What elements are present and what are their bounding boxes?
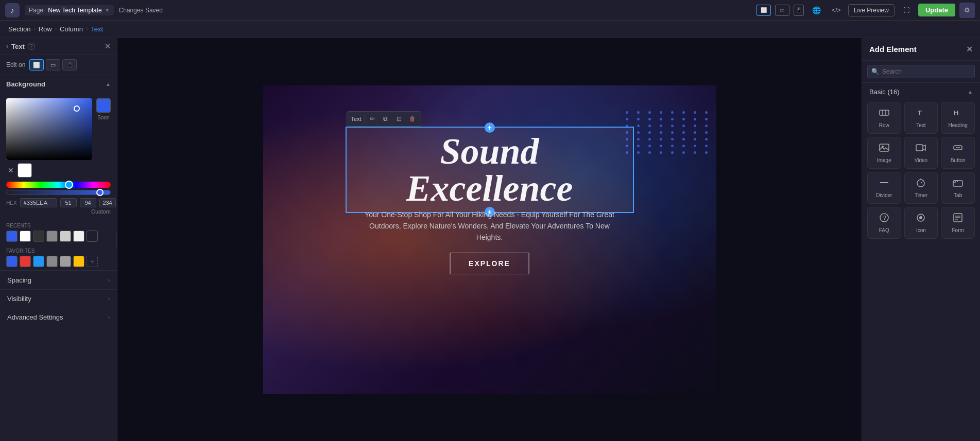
- element-item-timer[interactable]: Timer: [904, 172, 938, 204]
- background-section: Background ▲ ✕: [0, 75, 117, 271]
- text-element-label: Text: [916, 122, 925, 128]
- live-preview-button[interactable]: Live Preview: [848, 4, 895, 16]
- element-item-video[interactable]: Video: [904, 137, 938, 169]
- element-item-text[interactable]: T Text: [904, 102, 938, 134]
- color-white-swatch[interactable]: [18, 163, 32, 178]
- duplicate-element-btn[interactable]: ⊡: [393, 113, 405, 125]
- background-section-header[interactable]: Background ▲: [0, 75, 117, 93]
- dot: [694, 118, 696, 120]
- desktop-toggle-btn[interactable]: ⬜: [29, 59, 44, 70]
- svg-rect-0: [880, 110, 889, 115]
- search-input[interactable]: [867, 65, 975, 78]
- icon-element-label: Icon: [916, 227, 926, 233]
- favorite-color-swatch[interactable]: [6, 256, 18, 267]
- favorites-swatches: +: [6, 256, 111, 267]
- element-item-button[interactable]: Button: [941, 137, 975, 169]
- hue-slider[interactable]: [6, 182, 111, 188]
- hex-row: HEX: [6, 198, 111, 207]
- faq-element-label: FAQ: [879, 227, 889, 233]
- hex-input[interactable]: [20, 198, 57, 207]
- favorite-color-swatch[interactable]: [60, 256, 71, 267]
- dot: [671, 151, 674, 154]
- current-color-swatch[interactable]: [96, 98, 111, 113]
- color-gradient[interactable]: [6, 98, 92, 160]
- color-gradient-container[interactable]: ✕: [6, 98, 92, 178]
- g-input[interactable]: [80, 198, 96, 207]
- dot: [682, 131, 685, 134]
- b-input[interactable]: [99, 198, 116, 207]
- alpha-slider-row: [6, 190, 111, 195]
- favorite-color-swatch[interactable]: [73, 256, 84, 267]
- breadcrumb-text[interactable]: Text: [91, 25, 103, 33]
- spacing-label: Spacing: [7, 276, 31, 284]
- add-favorite-btn[interactable]: +: [87, 256, 98, 267]
- heading-element-icon: H: [953, 108, 963, 120]
- image-element-label: Image: [877, 157, 891, 163]
- breadcrumb-row[interactable]: Row: [39, 25, 52, 33]
- favorite-color-swatch[interactable]: [20, 256, 31, 267]
- add-above-btn[interactable]: +: [485, 122, 495, 133]
- recent-color-swatch[interactable]: [60, 231, 71, 242]
- color-transparent-btn[interactable]: ✕: [6, 166, 15, 175]
- element-item-form[interactable]: Form: [941, 207, 975, 239]
- element-item-tab[interactable]: Tab: [941, 172, 975, 204]
- svg-line-13: [921, 182, 922, 183]
- dot: [648, 151, 651, 154]
- element-item-image[interactable]: Image: [867, 137, 901, 169]
- globe-icon-btn[interactable]: 🌐: [809, 3, 824, 18]
- visibility-header[interactable]: Visibility ›: [0, 290, 117, 308]
- dot: [682, 145, 685, 147]
- dot: [682, 138, 685, 140]
- dot: [648, 145, 651, 147]
- recent-color-swatch[interactable]: [46, 231, 58, 242]
- element-item-heading[interactable]: H Heading: [941, 102, 975, 134]
- alpha-slider[interactable]: [6, 190, 111, 195]
- panel-header-left: ‹ Text ?: [6, 43, 35, 50]
- svg-text:?: ?: [883, 215, 886, 221]
- recent-color-swatch[interactable]: [33, 231, 44, 242]
- dot: [637, 131, 640, 134]
- mobile-device-btn[interactable]: 📱: [794, 5, 804, 16]
- element-item-faq[interactable]: ? FAQ: [867, 207, 901, 239]
- favorite-color-swatch[interactable]: [33, 256, 44, 267]
- dot: [637, 145, 640, 147]
- update-button[interactable]: Update: [918, 4, 955, 16]
- settings-icon-btn[interactable]: ⚙: [959, 3, 975, 18]
- top-bar: ♪ Page: New Tech Template ▼ Changes Save…: [0, 0, 980, 21]
- recents-swatches: [6, 231, 111, 242]
- element-item-divider[interactable]: Divider: [867, 172, 901, 204]
- mobile-toggle-btn[interactable]: 📱: [62, 59, 77, 70]
- spacing-header[interactable]: Spacing ›: [0, 271, 117, 289]
- explore-button[interactable]: EXPLORE: [450, 253, 529, 274]
- delete-element-btn[interactable]: 🗑: [406, 113, 419, 125]
- element-item-row[interactable]: Row: [867, 102, 901, 134]
- code-icon-btn[interactable]: </>: [829, 3, 844, 18]
- desktop-device-btn[interactable]: ⬜: [757, 5, 771, 16]
- element-item-icon[interactable]: Icon: [904, 207, 938, 239]
- text-element-selected[interactable]: Text ✏ ⧉ ⊡ 🗑 + Sound Excellence +: [346, 127, 634, 213]
- canvas-area[interactable]: Text ✏ ⧉ ⊡ 🗑 + Sound Excellence +: [117, 38, 862, 441]
- dot: [637, 111, 640, 114]
- copy-element-btn[interactable]: ⧉: [380, 113, 392, 125]
- add-element-close-btn[interactable]: ✕: [966, 44, 973, 54]
- recent-color-swatch[interactable]: [20, 231, 31, 242]
- main-layout: ‹ Text ? ✕ Edit on ⬜ ▭ 📱 Background ▲: [0, 38, 980, 441]
- recent-color-swatch[interactable]: [6, 231, 18, 242]
- dot: [648, 111, 651, 114]
- breadcrumb-column[interactable]: Column: [60, 25, 83, 33]
- share-icon-btn[interactable]: ⛶: [899, 3, 914, 18]
- edit-element-btn[interactable]: ✏: [366, 113, 379, 125]
- tablet-device-btn[interactable]: ▭: [775, 5, 789, 16]
- timer-element-label: Timer: [915, 192, 927, 198]
- favorite-color-swatch[interactable]: [46, 256, 58, 267]
- tablet-toggle-btn[interactable]: ▭: [46, 59, 60, 70]
- add-above-container: +: [485, 122, 495, 133]
- recent-swatch-outline[interactable]: [87, 231, 98, 242]
- breadcrumb-section[interactable]: Section: [8, 25, 30, 33]
- color-picker-dot[interactable]: [74, 105, 80, 112]
- advanced-settings-header[interactable]: Advanced Settings ›: [0, 308, 117, 326]
- recent-color-swatch[interactable]: [73, 231, 84, 242]
- r-input[interactable]: [60, 198, 77, 207]
- panel-close-btn[interactable]: ✕: [105, 42, 111, 50]
- page-selector[interactable]: Page: New Tech Template ▼: [25, 5, 114, 15]
